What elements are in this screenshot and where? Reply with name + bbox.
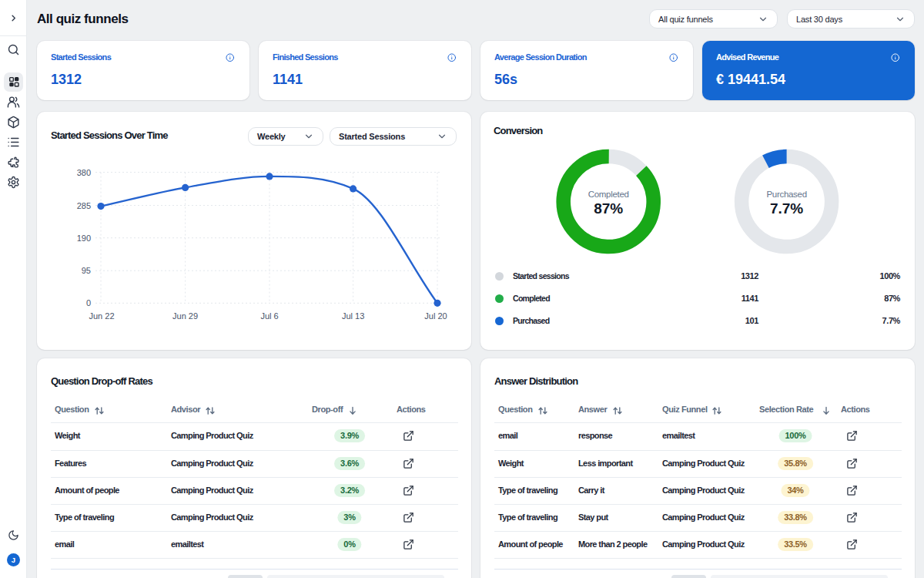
svg-text:285: 285 <box>77 201 91 210</box>
svg-text:Purchased: Purchased <box>766 190 806 199</box>
svg-text:Completed: Completed <box>588 190 629 199</box>
svg-text:190: 190 <box>77 234 91 243</box>
svg-text:Jun 29: Jun 29 <box>172 311 198 321</box>
svg-text:380: 380 <box>77 168 91 177</box>
svg-text:87%: 87% <box>594 200 623 217</box>
svg-text:Jun 22: Jun 22 <box>89 311 114 321</box>
svg-text:Jul 20: Jul 20 <box>424 311 447 321</box>
svg-text:Jul 13: Jul 13 <box>342 311 364 321</box>
svg-text:7.7%: 7.7% <box>770 200 803 217</box>
svg-text:0: 0 <box>86 298 91 307</box>
svg-text:Jul 6: Jul 6 <box>260 311 278 321</box>
svg-text:95: 95 <box>82 266 91 275</box>
